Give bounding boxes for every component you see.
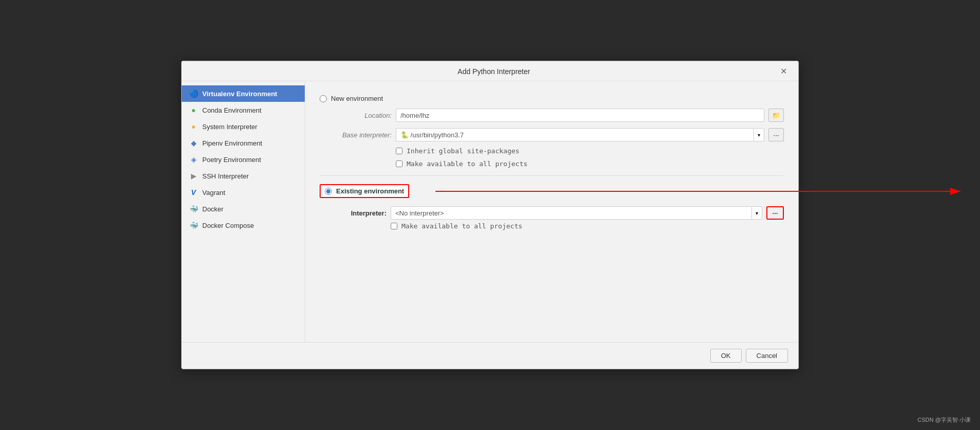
location-input[interactable] [396,109,764,122]
existing-env-radio-row: Existing environment [320,181,784,201]
ssh-icon: ▶ [189,171,198,181]
sidebar-item-docker[interactable]: 🐳 Docker [182,201,305,217]
add-python-interpreter-dialog: Add Python Interpreter ✕ 🔵 Virtualenv En… [181,61,799,369]
sidebar-item-conda[interactable]: ● Conda Environment [182,102,305,118]
interpreter-select-wrapper: <No interpreter> ▾ [391,206,762,220]
existing-env-highlight-box: Existing environment [320,184,409,198]
dialog-body: 🔵 Virtualenv Environment ● Conda Environ… [182,81,798,342]
sidebar-item-label: Pipenv Environment [202,139,262,147]
sidebar-item-label: Docker Compose [202,222,254,229]
sidebar: 🔵 Virtualenv Environment ● Conda Environ… [182,81,305,342]
interpreter-browse-button[interactable]: ··· [766,206,784,220]
close-button[interactable]: ✕ [777,66,790,77]
sidebar-item-system[interactable]: ● System Interpreter [182,118,305,135]
docker-icon: 🐳 [189,204,198,213]
sidebar-item-ssh[interactable]: ▶ SSH Interpreter [182,168,305,184]
new-available-checkbox[interactable] [396,160,402,167]
dialog-title: Add Python Interpreter [211,67,777,76]
vagrant-icon: V [189,188,198,197]
new-available-label: Make available to all projects [407,160,528,168]
existing-env-label: Existing environment [336,187,404,195]
base-interpreter-select[interactable]: 🐍 /usr/bin/python3.7 [396,128,754,141]
poetry-icon: ◈ [189,155,198,164]
location-field-row: Location: 📁 [320,109,784,122]
base-interpreter-select-wrapper: 🐍 /usr/bin/python3.7 ▾ [396,128,764,141]
conda-icon: ● [189,105,198,115]
sidebar-item-label: SSH Interpreter [202,172,249,180]
base-interpreter-dropdown-arrow[interactable]: ▾ [754,128,764,141]
sidebar-item-label: System Interpreter [202,123,257,131]
interpreter-dropdown-arrow[interactable]: ▾ [752,206,762,220]
base-interpreter-browse-button[interactable]: ··· [768,128,784,141]
cancel-button[interactable]: Cancel [746,349,788,363]
sidebar-item-label: Poetry Environment [202,156,261,164]
sidebar-item-label: Virtualenv Environment [202,90,277,98]
base-interpreter-label: Base interpreter: [320,131,392,139]
new-env-label: New environment [331,95,383,102]
existing-env-radio[interactable] [325,188,332,195]
interpreter-label: Interpreter: [320,209,387,217]
sidebar-item-label: Docker [202,205,223,213]
main-content: New environment Location: 📁 Base interpr… [305,81,798,342]
sidebar-item-poetry[interactable]: ◈ Poetry Environment [182,151,305,168]
new-available-checkbox-row: Make available to all projects [396,160,784,168]
existing-available-checkbox[interactable] [391,223,397,229]
inherit-checkbox[interactable] [396,148,402,154]
sidebar-item-vagrant[interactable]: V Vagrant [182,184,305,201]
inherit-checkbox-row: Inherit global site-packages [396,147,784,155]
location-label: Location: [320,112,392,119]
pipenv-icon: ◆ [189,138,198,148]
sidebar-item-docker-compose[interactable]: 🐳 Docker Compose [182,217,305,234]
existing-env-container: Existing environment Interpreter: <No in… [320,181,784,232]
system-icon: ● [189,122,198,131]
docker-compose-icon: 🐳 [189,221,198,230]
interpreter-select[interactable]: <No interpreter> [391,206,752,220]
watermark: CSDN @字吴智·小课 [918,416,971,424]
sidebar-item-virtualenv[interactable]: 🔵 Virtualenv Environment [182,85,305,102]
inherit-label: Inherit global site-packages [407,147,519,155]
new-env-radio-row: New environment [320,92,784,105]
sidebar-item-label: Conda Environment [202,106,261,114]
section-divider [320,175,784,176]
existing-available-checkbox-row: Make available to all projects [391,222,784,230]
base-interpreter-field-row: Base interpreter: 🐍 /usr/bin/python3.7 ▾… [320,128,784,141]
interpreter-field-row: Interpreter: <No interpreter> ▾ ··· [320,206,784,220]
sidebar-item-pipenv[interactable]: ◆ Pipenv Environment [182,135,305,151]
new-env-radio[interactable] [320,95,327,102]
existing-available-label: Make available to all projects [401,222,522,230]
sidebar-item-label: Vagrant [202,189,225,196]
ok-button[interactable]: OK [710,349,742,363]
dialog-titlebar: Add Python Interpreter ✕ [182,61,798,81]
dialog-footer: OK Cancel [182,342,798,369]
virtualenv-icon: 🔵 [189,89,198,98]
location-browse-button[interactable]: 📁 [768,109,784,122]
